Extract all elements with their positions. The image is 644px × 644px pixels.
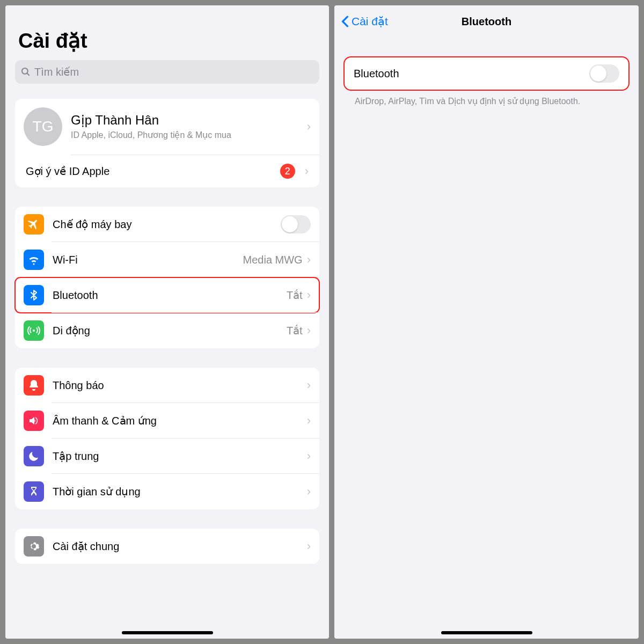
bluetooth-toggle-row[interactable]: Bluetooth: [344, 57, 629, 90]
svg-point-0: [22, 68, 28, 74]
sounds-row[interactable]: Âm thanh & Cảm ứng ›: [15, 403, 319, 438]
chevron-right-icon: ›: [303, 120, 311, 134]
general-group: Cài đặt chung ›: [15, 529, 319, 564]
wifi-row[interactable]: Wi-Fi Media MWG ›: [15, 242, 319, 277]
bell-icon: [24, 375, 44, 396]
chevron-right-icon: ›: [303, 378, 311, 392]
focus-row[interactable]: Tập trung ›: [15, 438, 319, 474]
bluetooth-label: Bluetooth: [53, 289, 287, 302]
focus-label: Tập trung: [53, 450, 303, 463]
notifications-label: Thông báo: [53, 379, 303, 392]
profile-row[interactable]: TG Gịp Thành Hân ID Apple, iCloud, Phươn…: [15, 99, 319, 155]
airplane-toggle[interactable]: [281, 215, 311, 233]
cellular-value: Tắt: [287, 324, 303, 337]
chevron-right-icon: ›: [303, 324, 311, 338]
nav-header: Cài đặt Bluetooth: [334, 8, 639, 35]
chevron-right-icon: ›: [303, 414, 311, 428]
moon-icon: [24, 446, 44, 466]
general-label: Cài đặt chung: [53, 540, 303, 553]
chevron-right-icon: ›: [303, 288, 311, 302]
search-placeholder-text: Tìm kiếm: [34, 65, 79, 78]
page-title: Cài đặt: [15, 5, 319, 60]
profile-subtitle: ID Apple, iCloud, Phương tiện & Mục mua: [71, 130, 303, 141]
home-indicator[interactable]: [441, 631, 532, 634]
bluetooth-toggle[interactable]: [589, 64, 619, 83]
profile-group: TG Gịp Thành Hân ID Apple, iCloud, Phươn…: [15, 99, 319, 187]
profile-name: Gịp Thành Hân: [71, 113, 303, 128]
bluetooth-note: AirDrop, AirPlay, Tìm và Dịch vụ định vị…: [344, 96, 629, 107]
general-row[interactable]: Cài đặt chung ›: [15, 529, 319, 564]
settings-root-panel: Cài đặt Tìm kiếm TG Gịp Thành Hân ID App…: [5, 5, 329, 639]
notifications-row[interactable]: Thông báo ›: [15, 368, 319, 403]
apple-id-suggestions-row[interactable]: Gợi ý về ID Apple 2 ›: [15, 155, 319, 187]
cellular-row[interactable]: Di động Tắt ›: [15, 313, 319, 348]
chevron-right-icon: ›: [301, 164, 309, 178]
airplane-icon: [24, 214, 44, 235]
speaker-icon: [24, 411, 44, 431]
screentime-row[interactable]: Thời gian sử dụng ›: [15, 474, 319, 509]
apple-id-suggestions-label: Gợi ý về ID Apple: [26, 165, 280, 178]
cellular-label: Di động: [53, 324, 287, 337]
bluetooth-toggle-label: Bluetooth: [354, 68, 399, 80]
notifications-group: Thông báo › Âm thanh & Cảm ứng › Tập tru…: [15, 368, 319, 509]
bluetooth-toggle-group: Bluetooth: [344, 57, 629, 90]
home-indicator[interactable]: [122, 631, 213, 634]
sounds-label: Âm thanh & Cảm ứng: [53, 414, 303, 427]
gear-icon: [24, 536, 44, 557]
bluetooth-value: Tắt: [287, 289, 303, 302]
bluetooth-detail-panel: Cài đặt Bluetooth Bluetooth AirDrop, Air…: [334, 5, 639, 639]
search-icon: [20, 67, 31, 77]
chevron-left-icon: [341, 16, 349, 27]
chevron-right-icon: ›: [303, 253, 311, 267]
screentime-label: Thời gian sử dụng: [53, 485, 303, 498]
chevron-right-icon: ›: [303, 449, 311, 463]
connectivity-group: Chế độ máy bay Wi-Fi Media MWG › Bluetoo…: [15, 207, 319, 348]
back-label: Cài đặt: [352, 15, 388, 28]
cellular-icon: [24, 320, 44, 341]
avatar: TG: [24, 107, 62, 146]
svg-line-1: [27, 74, 30, 76]
wifi-value: Media MWG: [243, 254, 303, 266]
airplane-label: Chế độ máy bay: [53, 218, 281, 231]
bluetooth-row[interactable]: Bluetooth Tắt ›: [15, 277, 319, 313]
search-input[interactable]: Tìm kiếm: [15, 60, 319, 84]
wifi-label: Wi-Fi: [53, 254, 243, 266]
airplane-mode-row[interactable]: Chế độ máy bay: [15, 207, 319, 242]
notification-badge: 2: [280, 164, 295, 179]
chevron-right-icon: ›: [303, 485, 311, 499]
wifi-icon: [24, 250, 44, 270]
chevron-right-icon: ›: [303, 539, 311, 553]
back-button[interactable]: Cài đặt: [341, 15, 388, 28]
hourglass-icon: [24, 481, 44, 502]
bluetooth-icon: [24, 285, 44, 305]
